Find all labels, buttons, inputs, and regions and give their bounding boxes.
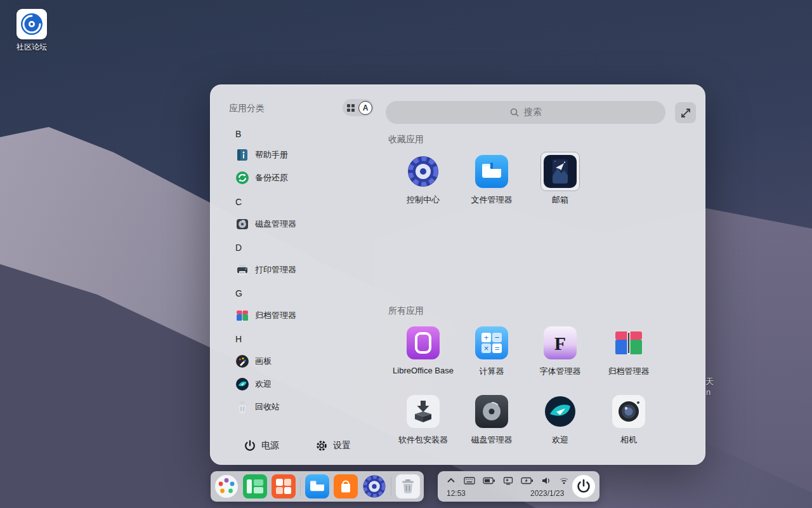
disk-manager-icon xyxy=(475,395,508,428)
sidebar-title: 应用分类 xyxy=(229,103,265,114)
desktop-shortcut-label: 社区论坛 xyxy=(14,42,49,53)
app-label: 磁盘管理器 xyxy=(471,434,513,446)
trash-icon xyxy=(396,474,420,498)
app-label: LibreOffice Base xyxy=(393,366,454,375)
power-button[interactable]: 电源 xyxy=(244,438,279,453)
file-manager-icon xyxy=(305,474,329,498)
app-label: 计算器 xyxy=(480,366,504,377)
mail-icon xyxy=(544,155,577,188)
expand-window-button[interactable] xyxy=(675,102,696,123)
dock xyxy=(211,471,424,502)
archive-manager-icon xyxy=(612,326,645,359)
tray-icons-row xyxy=(446,476,569,486)
svg-text:F: F xyxy=(554,333,566,354)
wallpaper-text-fragment: 天 xyxy=(705,376,714,387)
app-label: 软件包安装器 xyxy=(398,434,448,446)
app-libreoffice-base[interactable]: LibreOffice Base xyxy=(389,326,457,375)
favorites-section-title: 收藏应用 xyxy=(388,134,424,145)
wallpaper-text-fragment: n xyxy=(706,387,710,397)
dock-item-green-app[interactable] xyxy=(243,474,267,498)
keyboard-icon[interactable] xyxy=(464,476,475,485)
volume-icon[interactable] xyxy=(541,476,551,486)
app-package-installer[interactable]: 软件包安装器 xyxy=(389,395,457,446)
app-camera[interactable]: 相机 xyxy=(594,395,663,446)
settings-button[interactable]: 设置 xyxy=(315,438,351,453)
expand-window-icon xyxy=(680,107,691,119)
sidebar-item-label: 打印管理器 xyxy=(255,264,296,276)
shutdown-icon xyxy=(572,474,596,498)
battery-charging-icon[interactable] xyxy=(521,477,534,485)
svg-text:×: × xyxy=(484,344,489,353)
sidebar-item-disk-manager[interactable]: 磁盘管理器 xyxy=(235,217,296,232)
help-manual-icon xyxy=(235,148,249,162)
sidebar-item-label: 画板 xyxy=(255,356,272,367)
calculator-icon: +−×= xyxy=(475,326,508,359)
power-button-label: 电源 xyxy=(261,440,279,451)
app-label: 邮箱 xyxy=(552,194,568,206)
app-font-manager[interactable]: F 字体管理器 xyxy=(526,326,594,377)
welcome-icon xyxy=(544,395,577,428)
alpha-view-icon[interactable]: A xyxy=(358,101,372,115)
network-icon[interactable] xyxy=(559,476,569,486)
sidebar-item-label: 欢迎 xyxy=(255,378,272,390)
sidebar-item-backup-restore[interactable]: 备份还原 xyxy=(235,170,288,185)
app-label: 相机 xyxy=(620,434,637,446)
sidebar-item-print-manager[interactable]: 打印管理器 xyxy=(235,262,296,277)
letter-header-d: D xyxy=(235,243,242,253)
sidebar-item-label: 帮助手册 xyxy=(255,149,288,161)
app-mail[interactable]: 邮箱 xyxy=(526,155,594,206)
app-label: 文件管理器 xyxy=(471,194,513,206)
app-file-manager[interactable]: 文件管理器 xyxy=(457,155,526,206)
dock-item-file-manager[interactable] xyxy=(305,474,329,498)
letter-header-g: G xyxy=(235,288,242,298)
clock-time[interactable]: 12:53 xyxy=(447,489,466,498)
app-label: 归档管理器 xyxy=(608,366,650,377)
letter-header-h: H xyxy=(235,334,242,344)
app-disk-manager[interactable]: 磁盘管理器 xyxy=(457,395,526,446)
sidebar-item-welcome[interactable]: 欢迎 xyxy=(235,377,272,392)
package-installer-icon xyxy=(407,395,440,428)
gear-icon xyxy=(315,439,328,452)
app-welcome[interactable]: 欢迎 xyxy=(526,395,594,446)
dock-item-control-center[interactable] xyxy=(362,474,386,498)
print-manager-icon xyxy=(235,263,249,277)
sidebar-item-archive-manager[interactable]: 归档管理器 xyxy=(235,308,296,323)
launcher-icon xyxy=(214,474,239,498)
dock-divider xyxy=(391,477,391,496)
desktop-shortcut-community-forum[interactable]: 社区论坛 xyxy=(14,9,49,53)
app-label: 欢迎 xyxy=(552,434,568,446)
search-input[interactable]: 搜索 xyxy=(386,101,665,124)
dock-divider xyxy=(300,477,301,496)
svg-text:=: = xyxy=(495,344,500,353)
app-label: 字体管理器 xyxy=(540,366,581,377)
app-control-center[interactable]: 控制中心 xyxy=(389,155,457,206)
sidebar-item-help-manual[interactable]: 帮助手册 xyxy=(235,147,288,163)
sidebar-item-label: 归档管理器 xyxy=(255,310,296,321)
svg-text:−: − xyxy=(495,333,500,342)
all-apps-section-title: 所有应用 xyxy=(388,305,424,317)
dock-item-orange-grid-app[interactable] xyxy=(272,474,296,498)
power-icon xyxy=(244,439,256,452)
archive-manager-icon xyxy=(235,309,249,323)
battery-icon[interactable] xyxy=(483,477,495,485)
grid-view-icon[interactable] xyxy=(344,101,358,115)
community-forum-icon xyxy=(16,9,47,39)
shutdown-button[interactable] xyxy=(572,474,596,498)
display-icon[interactable] xyxy=(503,476,513,486)
font-manager-icon: F xyxy=(544,326,577,359)
app-archive-manager[interactable]: 归档管理器 xyxy=(594,326,663,377)
sidebar-item-trash[interactable]: 回收站 xyxy=(235,399,280,415)
dock-item-launcher[interactable] xyxy=(214,474,239,498)
dock-item-trash[interactable] xyxy=(396,474,420,498)
sidebar-item-label: 备份还原 xyxy=(255,172,288,184)
sidebar-item-draw-board[interactable]: 画板 xyxy=(235,354,272,369)
letter-header-c: C xyxy=(235,197,242,207)
settings-button-label: 设置 xyxy=(333,440,351,451)
green-app-icon xyxy=(243,474,267,498)
clock-date[interactable]: 2023/1/23 xyxy=(530,489,564,498)
app-calculator[interactable]: +−×= 计算器 xyxy=(457,326,526,377)
search-icon xyxy=(509,107,520,117)
dock-item-app-store[interactable] xyxy=(334,474,358,498)
chevron-up-icon[interactable] xyxy=(446,476,456,486)
control-center-icon xyxy=(362,474,386,498)
